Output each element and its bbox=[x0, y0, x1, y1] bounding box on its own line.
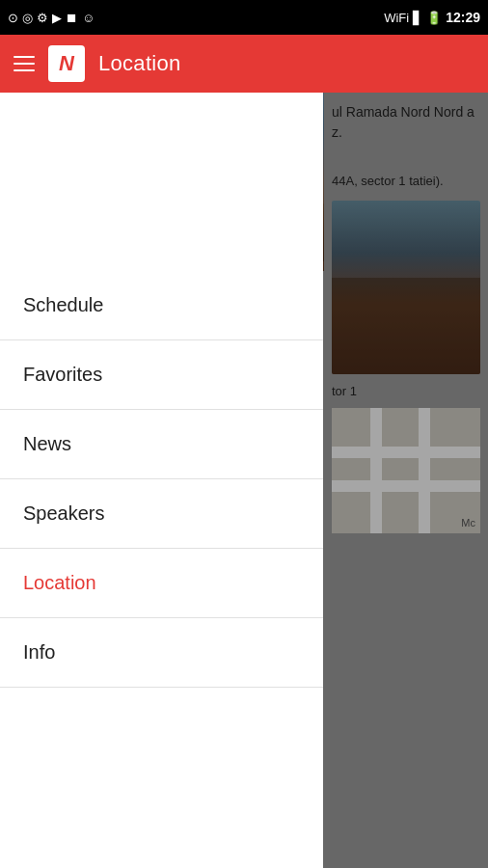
nav-item-speakers[interactable]: Speakers bbox=[0, 479, 323, 549]
drawer-header-space bbox=[0, 93, 323, 271]
play-icon: ▶ bbox=[52, 11, 62, 25]
nav-item-info[interactable]: Info bbox=[0, 618, 323, 688]
app-bar: N Location bbox=[0, 35, 488, 93]
notification-icon: ⊙ bbox=[8, 11, 18, 25]
wifi-icon: WiFi bbox=[384, 11, 409, 25]
location-icon: ◎ bbox=[22, 11, 33, 25]
nav-bottom-space bbox=[0, 772, 323, 868]
drawer-scrim[interactable] bbox=[323, 93, 488, 868]
media-icon: ⏹ bbox=[66, 11, 78, 25]
usb-icon: ⚙ bbox=[37, 11, 48, 25]
status-right-icons: WiFi ▋ 🔋 12:29 bbox=[384, 10, 480, 25]
status-bar: ⊙ ◎ ⚙ ▶ ⏹ ☺ WiFi ▋ 🔋 12:29 bbox=[0, 0, 488, 35]
hamburger-line-3 bbox=[14, 69, 35, 71]
battery-icon: 🔋 bbox=[426, 11, 442, 25]
main-content: ul Ramada Nord Nord a z. 44A, sector 1 t… bbox=[0, 93, 488, 868]
signal-icon: ▋ bbox=[413, 11, 422, 25]
app-logo: N bbox=[48, 45, 85, 82]
hamburger-button[interactable] bbox=[14, 56, 35, 71]
hamburger-line-1 bbox=[14, 56, 35, 58]
nav-items: Schedule Favorites News Speakers Locatio… bbox=[0, 271, 323, 772]
face-icon: ☺ bbox=[82, 11, 95, 25]
nav-item-news[interactable]: News bbox=[0, 410, 323, 479]
nav-item-location[interactable]: Location bbox=[0, 549, 323, 618]
status-left-icons: ⊙ ◎ ⚙ ▶ ⏹ ☺ bbox=[8, 11, 95, 25]
hamburger-line-2 bbox=[14, 63, 35, 65]
nav-item-favorites[interactable]: Favorites bbox=[0, 340, 323, 410]
nav-drawer: Schedule Favorites News Speakers Locatio… bbox=[0, 93, 323, 868]
page-title: Location bbox=[98, 51, 181, 76]
nav-item-schedule[interactable]: Schedule bbox=[0, 271, 323, 340]
status-time: 12:29 bbox=[446, 10, 480, 25]
